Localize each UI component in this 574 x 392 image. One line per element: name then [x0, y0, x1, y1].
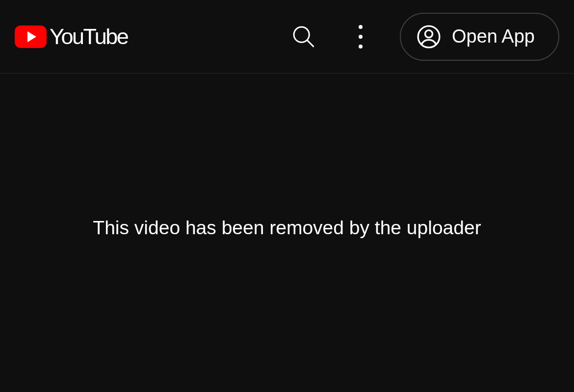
search-icon: [291, 24, 316, 49]
content-area: This video has been removed by the uploa…: [0, 74, 574, 392]
header: YouTube Open App: [0, 0, 574, 74]
open-app-label: Open App: [452, 26, 535, 47]
youtube-play-icon: [15, 25, 47, 48]
search-button[interactable]: [286, 19, 321, 54]
user-icon: [417, 24, 441, 49]
more-options-icon: [359, 25, 363, 49]
youtube-logo[interactable]: YouTube: [15, 24, 128, 49]
more-options-button[interactable]: [343, 19, 378, 54]
svg-point-0: [294, 27, 309, 42]
video-removed-message: This video has been removed by the uploa…: [93, 217, 481, 239]
youtube-logo-text: YouTube: [50, 24, 128, 49]
svg-point-3: [425, 30, 432, 37]
svg-line-1: [307, 40, 313, 47]
play-triangle-icon: [27, 31, 36, 42]
open-app-button[interactable]: Open App: [400, 13, 559, 61]
